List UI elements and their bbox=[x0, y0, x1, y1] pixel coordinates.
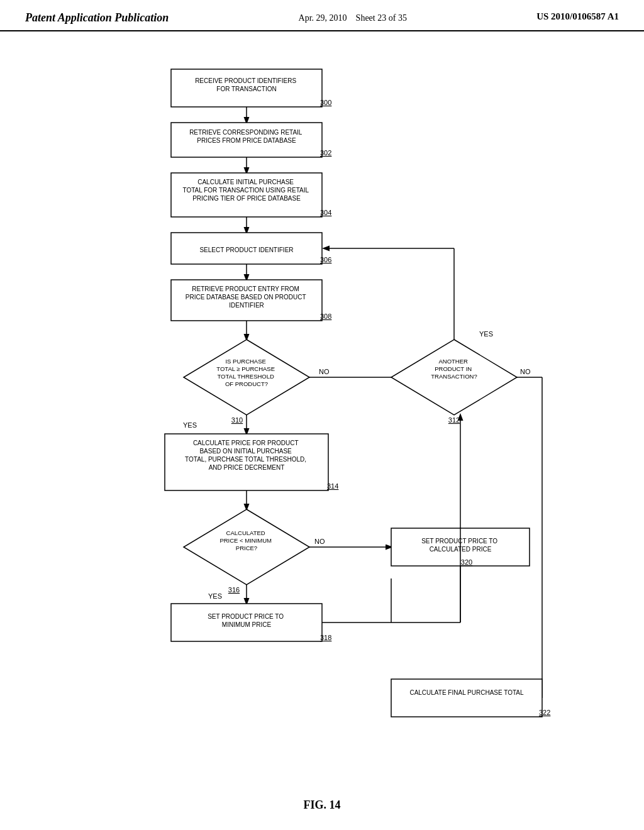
node-318-ref: 318 bbox=[320, 634, 331, 641]
header-center-info: Apr. 29, 2010 Sheet 23 of 35 bbox=[299, 11, 407, 25]
node-306-ref: 306 bbox=[320, 256, 331, 263]
label-yes-316: YES bbox=[208, 592, 222, 600]
label-no-310: NO bbox=[319, 368, 330, 375]
label-yes-312: YES bbox=[479, 330, 493, 338]
node-310-ref: 310 bbox=[231, 416, 243, 424]
node-304-ref: 304 bbox=[320, 209, 331, 216]
page-header: Patent Application Publication Apr. 29, … bbox=[0, 0, 644, 31]
flowchart-svg: RECEIVE PRODUCT IDENTIFIERS FOR TRANSACT… bbox=[77, 50, 567, 773]
node-306-text: SELECT PRODUCT IDENTIFIER bbox=[199, 246, 293, 253]
header-sheet: Sheet 23 of 35 bbox=[356, 13, 407, 23]
node-312-ref: 312 bbox=[448, 416, 460, 424]
diagram-area: RECEIVE PRODUCT IDENTIFIERS FOR TRANSACT… bbox=[0, 31, 644, 792]
node-302-ref: 302 bbox=[320, 149, 331, 157]
figure-caption: FIG. 14 bbox=[0, 799, 644, 824]
label-no-312: NO bbox=[520, 368, 531, 375]
node-308-ref: 308 bbox=[320, 313, 331, 320]
header-left-title: Patent Application Publication bbox=[25, 11, 169, 25]
node-322-text: CALCULATE FINAL PURCHASE TOTAL bbox=[409, 689, 524, 696]
node-300-ref: 300 bbox=[320, 99, 331, 106]
header-date: Apr. 29, 2010 bbox=[299, 13, 347, 23]
node-322-ref: 322 bbox=[539, 709, 550, 716]
node-320-ref: 320 bbox=[461, 558, 472, 566]
node-314-ref: 314 bbox=[327, 482, 338, 490]
node-310-text: IS PURCHASE TOTAL ≥ PURCHASE TOTAL THRES… bbox=[216, 358, 276, 387]
node-322 bbox=[391, 679, 542, 717]
label-no-316: NO bbox=[314, 538, 325, 545]
node-304-text: CALCULATE INITIAL PURCHASE TOTAL FOR TRA… bbox=[183, 179, 311, 202]
header-patent-number: US 2010/0106587 A1 bbox=[536, 11, 619, 22]
label-yes-310: YES bbox=[183, 421, 197, 429]
node-316-ref: 316 bbox=[228, 586, 240, 594]
